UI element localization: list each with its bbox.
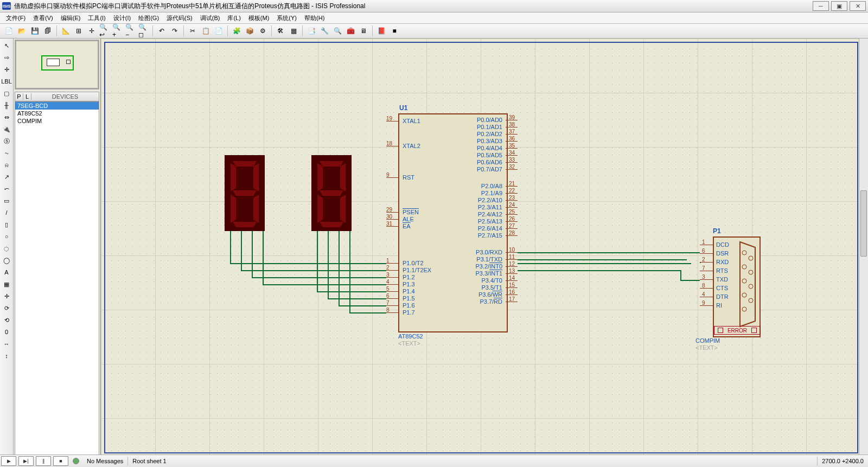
toolbar-button[interactable]: ✛ — [86, 25, 98, 37]
device-list[interactable]: 7SEG-BCDAT89C52COMPIM — [15, 101, 99, 456]
mode-tool[interactable]: ⓢ — [2, 136, 11, 146]
toolbar-button[interactable]: 📕 — [375, 25, 387, 37]
sim-stop-button[interactable]: ■ — [53, 456, 68, 457]
mode-tool[interactable]: ▯ — [2, 220, 11, 229]
menu-view[interactable]: 查看(V) — [29, 13, 57, 23]
menu-debug[interactable]: 调试(B) — [196, 13, 224, 23]
toolbar-button[interactable]: 🧩 — [231, 25, 242, 37]
sim-pause-button[interactable]: ‖ — [36, 456, 51, 457]
mode-tool[interactable]: ↗ — [2, 172, 11, 182]
device-l-button[interactable]: L — [23, 93, 31, 100]
mode-tool[interactable]: 0 — [2, 327, 11, 337]
mode-tool[interactable]: / — [2, 208, 11, 217]
mode-tool[interactable]: ⏦ — [2, 148, 11, 158]
device-p-button[interactable]: P — [15, 93, 23, 100]
toolbar-button[interactable]: 📄 — [3, 25, 15, 37]
menu-draw[interactable]: 绘图(G) — [135, 13, 163, 23]
mode-tool[interactable]: ◯ — [2, 255, 11, 265]
mode-tool[interactable]: ⇔ — [2, 112, 11, 122]
svg-marker-12 — [340, 195, 346, 223]
error-square-icon — [751, 328, 757, 333]
svg-point-20 — [742, 293, 746, 297]
sim-step-button[interactable]: ▶| — [18, 456, 34, 457]
toolbar-button[interactable]: ▦ — [288, 25, 299, 37]
menu-tool[interactable]: 工具(I) — [84, 13, 109, 23]
p1-error-indicator: ERROR — [714, 326, 761, 335]
toolbar-button[interactable]: 📦 — [244, 25, 256, 37]
minimize-button[interactable]: ─ — [813, 1, 829, 11]
mode-tool[interactable]: ◌ — [2, 244, 11, 253]
toolbar-button[interactable]: 🔍+ — [112, 25, 124, 37]
mode-tool[interactable]: ⤺ — [2, 184, 11, 194]
toolbar-button[interactable]: ↶ — [156, 25, 168, 37]
overview-minimap[interactable] — [15, 40, 99, 89]
workspace: ↖⇨✛LBL▢╫⇔🔌ⓢ⏦⍾↗⤺▭/▯○◌◯A▦✛⟳⟲0↔↕ P L DEVICE… — [0, 39, 868, 457]
device-item[interactable]: 7SEG-BCD — [15, 102, 99, 110]
seven-segment-2[interactable] — [311, 155, 352, 231]
svg-marker-10 — [320, 190, 343, 196]
mode-tool[interactable]: ⍾ — [2, 160, 11, 170]
error-square-icon — [718, 328, 723, 333]
menu-design[interactable]: 设计(I) — [110, 13, 135, 23]
menu-system[interactable]: 系统(Y) — [273, 13, 301, 23]
mode-tool[interactable]: ╫ — [2, 100, 11, 110]
mode-tool[interactable]: ▦ — [2, 279, 11, 289]
device-list-title: DEVICES — [31, 93, 99, 100]
svg-point-19 — [749, 284, 753, 289]
toolbar-button[interactable]: 💾 — [29, 25, 41, 37]
mode-tool[interactable]: ⟳ — [2, 303, 11, 313]
mode-tool[interactable]: ✛ — [2, 291, 11, 301]
mode-tool[interactable]: ✛ — [2, 65, 11, 74]
mode-tool[interactable]: ⟲ — [2, 315, 11, 325]
menu-edit[interactable]: 编辑(E) — [57, 13, 85, 23]
mode-tool[interactable]: LBL — [2, 76, 11, 86]
menubar: 文件(F) 查看(V) 编辑(E) 工具(I) 设计(I) 绘图(G) 源代码(… — [0, 12, 868, 24]
device-item[interactable]: COMPIM — [15, 117, 99, 125]
mode-tool[interactable]: ○ — [2, 232, 11, 241]
mode-tool[interactable]: 🔌 — [2, 124, 11, 134]
svg-point-22 — [742, 307, 746, 311]
toolbar-button[interactable]: ✂ — [187, 25, 199, 37]
toolbar-button[interactable]: 🔍− — [125, 25, 137, 37]
menu-file[interactable]: 文件(F) — [2, 13, 29, 23]
toolbar-button[interactable]: 🔍◻ — [138, 25, 150, 37]
toolbar-button[interactable]: 🔍 — [331, 25, 343, 37]
toolbar-button[interactable]: 📐 — [60, 25, 72, 37]
device-item[interactable]: AT89C52 — [15, 110, 99, 117]
toolbar-button[interactable]: 🧰 — [344, 25, 356, 37]
mode-tool[interactable]: A — [2, 267, 11, 277]
sim-play-button[interactable]: ▶ — [1, 456, 16, 457]
toolbar-button[interactable]: ⊞ — [73, 25, 85, 37]
toolbar-button[interactable]: 🗐 — [42, 25, 54, 37]
close-button[interactable]: ✕ — [850, 1, 866, 11]
mode-tool[interactable]: ▭ — [2, 196, 11, 206]
mode-tool[interactable]: ⇨ — [2, 53, 11, 62]
toolbar-button[interactable]: 🔍↩ — [99, 25, 111, 37]
maximize-button[interactable]: ▣ — [831, 1, 847, 11]
vertical-scrollbar[interactable] — [859, 39, 868, 457]
toolbar-button[interactable]: ■ — [388, 25, 400, 37]
toolbar-button[interactable]: ↷ — [169, 25, 181, 37]
svg-marker-5 — [253, 195, 259, 223]
schematic-canvas[interactable]: U1 AT89C52 <TEXT> P1 ERROR CO — [101, 39, 868, 457]
mode-tool[interactable]: ↔ — [2, 339, 11, 349]
mode-tool[interactable]: ↕ — [2, 351, 11, 361]
menu-source[interactable]: 源代码(S) — [163, 13, 196, 23]
mode-tool[interactable]: ↖ — [2, 41, 11, 50]
menu-help[interactable]: 帮助(H) — [301, 13, 328, 23]
toolbar-button[interactable]: 🛠 — [275, 25, 286, 37]
toolbar-button[interactable]: 📋 — [200, 25, 212, 37]
toolbar-button[interactable]: 🔧 — [318, 25, 330, 37]
seven-segment-1[interactable] — [225, 155, 265, 231]
toolbar-button[interactable]: 📑 — [305, 25, 317, 37]
toolbar-button[interactable]: 📂 — [16, 25, 28, 37]
svg-marker-3 — [233, 190, 257, 196]
toolbar-button[interactable]: ⚙ — [257, 25, 269, 37]
menu-template[interactable]: 模板(M) — [245, 13, 273, 23]
mode-tool[interactable]: ▢ — [2, 88, 11, 98]
toolbar-button[interactable]: 📄 — [213, 25, 225, 37]
svg-point-14 — [742, 251, 746, 255]
u1-ref: U1 — [399, 104, 407, 112]
menu-library[interactable]: 库(L) — [224, 13, 244, 23]
toolbar-button[interactable]: 🖥 — [358, 25, 369, 37]
